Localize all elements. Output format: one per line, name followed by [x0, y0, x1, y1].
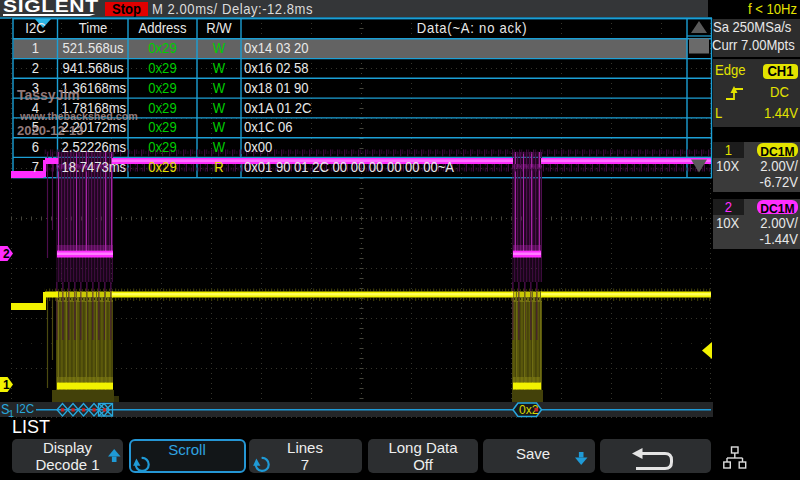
svg-text:I2C: I2C — [16, 402, 34, 417]
